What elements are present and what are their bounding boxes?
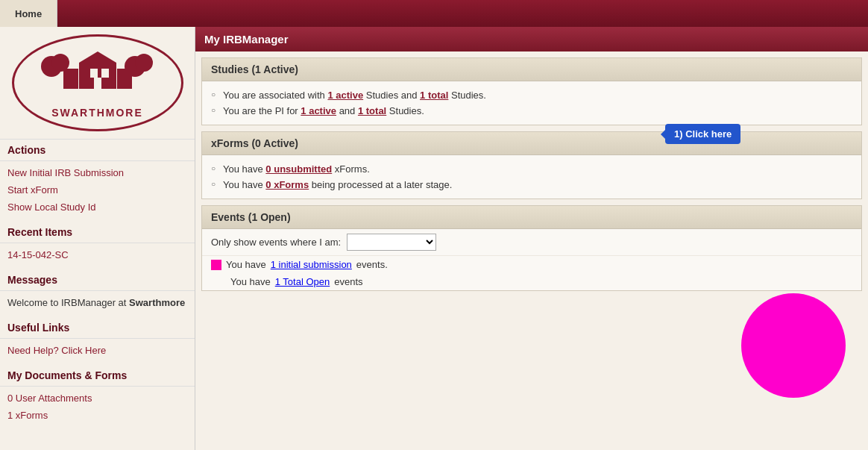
divider-5 bbox=[0, 386, 195, 387]
new-irb-submission-link[interactable]: New Initial IRB Submission bbox=[0, 164, 195, 181]
xforms-line1-post: xForms. bbox=[332, 163, 370, 175]
studies-line2-post: Studies. bbox=[386, 105, 424, 116]
svg-rect-5 bbox=[94, 78, 101, 89]
top-navigation: Home bbox=[0, 0, 868, 27]
svg-rect-3 bbox=[90, 69, 98, 78]
events-line2-post: events bbox=[334, 276, 362, 287]
xforms-processed-link[interactable]: 0 xForms bbox=[265, 179, 309, 190]
messages-bold: Swarthmore bbox=[129, 297, 185, 308]
events-line1-post: events. bbox=[356, 259, 388, 270]
xforms-line2-post: being processed at a later stage. bbox=[309, 179, 452, 190]
pink-circle-decoration bbox=[741, 293, 846, 398]
click-here-bubble: 1) Click here bbox=[665, 124, 740, 144]
studies-active-link-2[interactable]: 1 active bbox=[301, 105, 336, 116]
useful-links-header: Useful Links bbox=[0, 317, 195, 335]
recent-items-header: Recent Items bbox=[0, 222, 195, 240]
pink-square-icon bbox=[211, 260, 221, 270]
xforms-line2-pre: You have bbox=[223, 179, 265, 190]
divider-3 bbox=[0, 290, 195, 291]
svg-point-8 bbox=[135, 54, 153, 72]
messages-text: Welcome to IRBManager at Swarthmore bbox=[0, 294, 195, 311]
studies-line-1: You are associated with 1 active Studies… bbox=[211, 87, 852, 103]
logo-oval: SWARTHMORE bbox=[12, 34, 183, 131]
events-line1-pre: You have bbox=[226, 259, 266, 270]
start-xform-link[interactable]: Start xForm bbox=[0, 181, 195, 199]
divider-4 bbox=[0, 338, 195, 339]
events-initial-link[interactable]: 1 initial submission bbox=[271, 259, 352, 270]
studies-total-link-1[interactable]: 1 total bbox=[420, 90, 448, 101]
xforms-link[interactable]: 1 xForms bbox=[0, 407, 195, 424]
events-header: Events (1 Open) bbox=[202, 206, 861, 229]
events-line2-pre: You have bbox=[230, 276, 271, 287]
xforms-line-1: You have 0 unsubmitted xForms. bbox=[211, 161, 852, 177]
xforms-line-2: You have 0 xForms being processed at a l… bbox=[211, 177, 852, 193]
xforms-unsubmitted-link[interactable]: 0 unsubmitted bbox=[265, 163, 332, 175]
user-attachments-link[interactable]: 0 User Attachments bbox=[0, 390, 195, 407]
svg-marker-6 bbox=[79, 51, 116, 63]
studies-line2-mid: and bbox=[336, 105, 358, 116]
studies-header: Studies (1 Active) bbox=[202, 58, 861, 81]
studies-line2-pre: You are the PI for bbox=[223, 105, 301, 116]
sidebar: SWARTHMORE Actions New Initial IRB Submi… bbox=[0, 27, 195, 450]
content-area: My IRBManager Studies (1 Active) You are… bbox=[195, 27, 868, 450]
xforms-section: xForms (0 Active) You have 0 unsubmitted… bbox=[201, 131, 862, 199]
xforms-body: You have 0 unsubmitted xForms. You have … bbox=[202, 155, 861, 199]
studies-line1-post: Studies. bbox=[448, 90, 486, 101]
studies-line1-mid: Studies and bbox=[363, 90, 420, 101]
xforms-line1-pre: You have bbox=[223, 163, 265, 175]
studies-active-link-1[interactable]: 1 active bbox=[327, 90, 363, 101]
show-local-study-id-link[interactable]: Show Local Study Id bbox=[0, 199, 195, 216]
main-layout: SWARTHMORE Actions New Initial IRB Submi… bbox=[0, 27, 868, 450]
divider-2 bbox=[0, 243, 195, 243]
studies-line-2: You are the PI for 1 active and 1 total … bbox=[211, 103, 852, 119]
divider-1 bbox=[0, 160, 195, 161]
studies-section: Studies (1 Active) You are associated wi… bbox=[201, 57, 862, 125]
messages-header: Messages bbox=[0, 269, 195, 287]
svg-rect-4 bbox=[101, 69, 109, 78]
studies-total-link-2[interactable]: 1 total bbox=[358, 105, 386, 116]
actions-header: Actions bbox=[0, 140, 195, 157]
studies-line1-pre: You are associated with bbox=[223, 90, 327, 101]
events-line-1: You have 1 initial submission events. bbox=[202, 256, 861, 273]
my-documents-header: My Documents & Forms bbox=[0, 365, 195, 383]
messages-text-pre: Welcome to IRBManager at bbox=[7, 297, 129, 308]
page-title: My IRBManager bbox=[195, 27, 868, 51]
logo-building-icon bbox=[38, 48, 157, 104]
events-section: Events (1 Open) Only show events where I… bbox=[201, 205, 862, 291]
svg-rect-10 bbox=[117, 69, 132, 89]
events-filter-select[interactable] bbox=[347, 234, 436, 251]
svg-rect-9 bbox=[63, 69, 78, 89]
events-filter-row: Only show events where I am: bbox=[202, 229, 861, 256]
events-filter-label: Only show events where I am: bbox=[211, 237, 341, 248]
studies-body: You are associated with 1 active Studies… bbox=[202, 81, 861, 125]
events-line-2: You have 1 Total Open events bbox=[202, 273, 861, 290]
home-tab[interactable]: Home bbox=[0, 0, 57, 27]
recent-item-link[interactable]: 14-15-042-SC bbox=[0, 246, 195, 263]
logo-area: SWARTHMORE bbox=[0, 27, 195, 140]
xforms-header: xForms (0 Active) bbox=[202, 132, 861, 155]
logo-text: SWARTHMORE bbox=[51, 107, 143, 119]
need-help-link[interactable]: Need Help? Click Here bbox=[0, 342, 195, 359]
events-total-open-link[interactable]: 1 Total Open bbox=[275, 276, 330, 287]
